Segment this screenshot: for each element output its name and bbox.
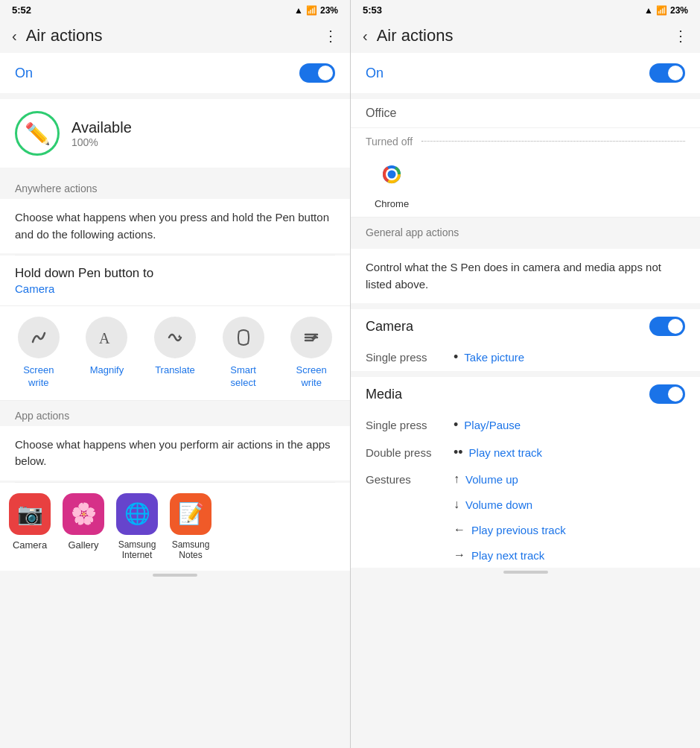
pen-status-text: Available [71,119,132,136]
gesture-icon-screen-write-1 [18,317,60,358]
dotted-separator [421,141,685,142]
app-label-gallery: Gallery [68,539,98,551]
office-item[interactable]: Office [351,99,700,128]
anywhere-actions-label: Anywhere actions [0,174,350,199]
gesture-label-translate: Translate [155,364,195,377]
scroll-indicator-left [153,574,197,577]
office-label: Office [366,107,397,119]
pen-battery-text: 100% [71,136,132,148]
scroll-indicator-right [503,571,548,574]
media-gesture-up-row[interactable]: Gestures ↑ Volume up [351,466,700,492]
status-bar-left: 5:52 ▲ 📶 23% [0,0,350,19]
gesture-screen-write-2[interactable]: Screenwrite [290,317,332,390]
camera-single-press-value: Take picture [464,351,524,364]
pen-icon: ✏️ [25,121,51,146]
gesture-row: Screenwrite A Magnify Translate Smartsel… [0,306,350,401]
camera-title: Camera [366,319,413,335]
app-item-samsung-internet[interactable]: 🌐 SamsungInternet [116,493,158,560]
svg-point-9 [388,171,396,179]
media-gesture-prev-value: Play previous track [471,524,566,536]
media-gesture-up-arrow: ↑ [454,472,459,486]
wifi-icon: 📶 [306,5,317,16]
back-button-right[interactable]: ‹ [363,28,368,45]
pen-icon-circle: ✏️ [15,111,60,156]
app-label-samsung-notes: SamsungNotes [172,539,210,560]
toggle-switch-right[interactable] [649,63,685,83]
app-item-camera[interactable]: 📷 Camera [9,493,51,560]
signal-icon: ▲ [294,5,303,16]
media-gesture-next-value: Play next track [471,549,544,562]
camera-single-press-label: Single press [366,351,448,364]
media-gesture-down-value: Volume down [465,498,532,511]
app-actions-label: App actions [0,401,350,426]
gesture-label-screen-write-2: Screenwrite [296,364,327,390]
camera-single-press-dot: • [454,349,458,365]
menu-button-left[interactable]: ⋮ [323,27,338,45]
divider-r1 [351,303,700,309]
media-gesture-next-arrow: → [454,548,465,562]
camera-toggle[interactable] [649,317,685,336]
media-toggle[interactable] [649,384,685,404]
app-label-camera: Camera [13,539,47,551]
gesture-magnify[interactable]: A Magnify [86,317,127,390]
toggle-switch-left[interactable] [299,63,335,83]
general-app-actions-label: General app actions [351,218,700,243]
app-item-samsung-notes[interactable]: 📝 SamsungNotes [170,493,211,560]
hold-down-value: Camera [15,282,335,295]
gesture-translate[interactable]: Translate [154,317,196,390]
app-actions-desc-block: Choose what happens when you perform air… [0,426,350,481]
gesture-label-smart-select: Smartselect [230,364,256,390]
chrome-icon [372,155,411,194]
media-gesture-down-row[interactable]: ↓ Volume down [351,492,700,517]
hold-down-block[interactable]: Hold down Pen button to Camera [0,256,350,306]
left-phone-screen: 5:52 ▲ 📶 23% ‹ Air actions ⋮ On ✏️ Avail… [0,0,350,748]
app-header-right: ‹ Air actions ⋮ [351,19,700,53]
gesture-screen-write-1[interactable]: Screenwrite [18,317,60,390]
media-single-press-label: Single press [366,419,448,431]
gesture-smart-select[interactable]: Smartselect [223,317,264,390]
app-item-gallery[interactable]: 🌸 Gallery [63,493,104,560]
camera-feature-header: Camera [351,309,700,343]
app-label-samsung-internet: SamsungInternet [118,539,156,560]
media-single-press-row[interactable]: Single press • Play/Pause [351,411,700,439]
toggle-section-right: On [351,53,700,93]
media-gestures-label: Gestures [366,473,448,486]
camera-single-press-row[interactable]: Single press • Take picture [351,343,700,371]
gesture-icon-magnify: A [86,317,127,358]
media-double-press-value: Play next track [469,446,542,459]
page-title-right: Air actions [377,26,664,45]
app-icons-row: 📷 Camera 🌸 Gallery 🌐 SamsungInternet 📝 S… [0,483,350,571]
menu-button-right[interactable]: ⋮ [673,27,688,45]
status-icons-left: ▲ 📶 23% [294,5,338,16]
battery-right: 23% [670,5,688,16]
gesture-icon-smart-select [223,317,264,358]
app-icon-gallery: 🌸 [63,493,104,535]
page-title-left: Air actions [26,26,314,45]
anywhere-actions-desc: Choose what happens when you press and h… [15,209,335,243]
gesture-icon-translate [154,317,196,358]
wifi-icon-right: 📶 [656,5,667,16]
chrome-label: Chrome [375,198,409,209]
battery-left: 23% [320,5,338,16]
app-icon-samsung-internet: 🌐 [116,493,158,535]
pen-info: Available 100% [71,119,132,148]
time-left: 5:52 [12,4,31,16]
svg-text:A: A [99,330,110,346]
media-gesture-prev-row[interactable]: ← Play previous track [351,517,700,542]
gesture-label-magnify: Magnify [90,364,124,377]
toggle-label-right: On [366,66,384,81]
media-gesture-next-row[interactable]: → Play next track [351,542,700,568]
media-double-press-row[interactable]: Double press •• Play next track [351,439,700,466]
app-header-left: ‹ Air actions ⋮ [0,19,350,53]
back-button-left[interactable]: ‹ [12,28,17,45]
gesture-label-screen-write-1: Screenwrite [23,364,54,390]
status-bar-right: 5:53 ▲ 📶 23% [351,0,700,19]
media-gesture-down-arrow: ↓ [454,498,459,511]
gesture-icon-screen-write-2 [290,317,332,358]
media-single-press-dot: • [454,417,458,433]
pen-status-section: ✏️ Available 100% [0,99,350,168]
toggle-section-left: On [0,53,350,93]
chrome-app-item[interactable]: Chrome [366,155,418,209]
app-actions-desc: Choose what happens when you perform air… [15,437,335,470]
media-single-press-value: Play/Pause [464,419,521,431]
